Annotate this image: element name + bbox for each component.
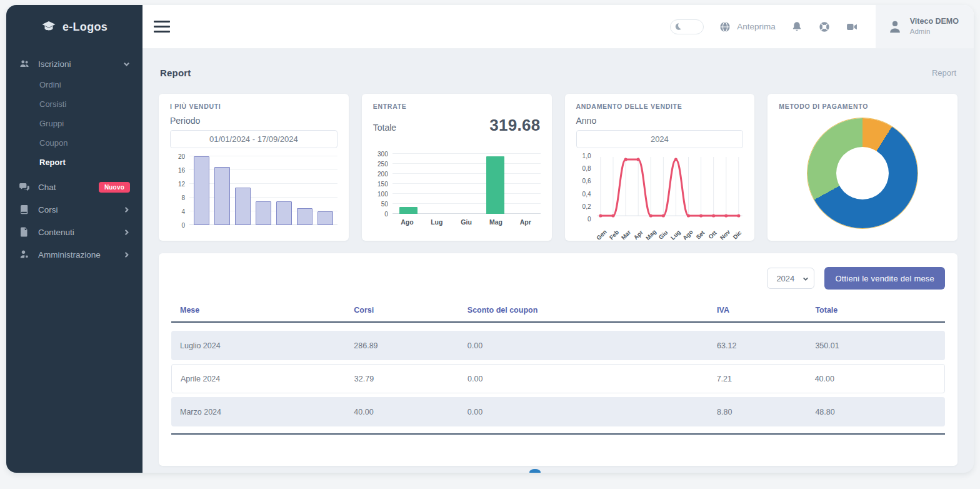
period-range-input[interactable]: 01/01/2024 - 17/09/2024	[170, 130, 338, 148]
page-header: Report Report	[160, 65, 956, 80]
bar	[256, 201, 271, 226]
table-row: Aprile 202432.790.007.2140.00	[171, 364, 945, 393]
year-input[interactable]: 2024	[576, 130, 744, 148]
get-month-sales-button[interactable]: Ottieni le vendite del mese	[824, 267, 945, 290]
table-cell: Marzo 2024	[180, 408, 354, 416]
x-tick-label: Set	[694, 229, 706, 240]
sales-table: MeseCorsiSconto del couponIVATotale Lugl…	[171, 306, 945, 435]
bottom-edge-dot	[529, 469, 541, 473]
year-select-wrapper: 2024	[767, 268, 814, 289]
total-value: 319.68	[489, 116, 540, 135]
table-cell: Luglio 2024	[180, 341, 354, 350]
x-tick-slot: Set	[694, 228, 706, 241]
bar-slot	[481, 154, 509, 214]
x-tick-label: Lug	[669, 228, 682, 241]
x-tick-slot: Giu	[657, 228, 669, 241]
graduation-cap-icon	[41, 19, 56, 34]
preview-link[interactable]: Anteprima	[719, 21, 776, 33]
x-tick-label: Dic	[731, 229, 742, 240]
revenue-bar-chart: 300250200150100500AgoLugGiuMagApr	[373, 154, 541, 226]
iscrizioni-submenu: OrdiniCorsistiGruppiCouponReport	[6, 75, 142, 176]
period-label: Periodo	[170, 116, 338, 126]
submenu-item-report[interactable]: Report	[6, 153, 142, 172]
x-tick-label: Ago	[392, 218, 422, 226]
x-tick-label: Lug	[422, 218, 451, 226]
column-header: Mese	[180, 306, 354, 315]
user-name: Viteco DEMO	[910, 16, 959, 27]
column-header: Sconto del coupon	[468, 306, 717, 315]
submenu-item-ordini[interactable]: Ordini	[6, 75, 142, 94]
x-axis: GenFebMarAprMagGiuLugAgoSetOttNovDic	[596, 228, 744, 241]
column-header: Totale	[815, 306, 936, 315]
line-chart-svg	[596, 156, 744, 219]
card-best-sellers: I PIÙ VENDUTI Periodo 01/01/2024 - 17/09…	[159, 94, 349, 241]
x-tick-label: Nov	[718, 228, 731, 241]
table-cell: 0.00	[468, 375, 717, 383]
data-point	[611, 214, 614, 217]
video-call-button[interactable]	[846, 21, 858, 33]
data-point	[737, 214, 740, 217]
user-menu[interactable]: Viteco DEMO Admin	[876, 5, 974, 48]
sidebar-item-contenuti[interactable]: Contenuti	[6, 221, 142, 243]
card-revenue: ENTRATE Totale 319.68 300250200150100500…	[362, 94, 552, 241]
year-select[interactable]: 2024	[767, 268, 814, 289]
sidebar-item-amministrazione[interactable]: Amministrazione	[6, 243, 142, 266]
table-cell: 63.12	[717, 341, 815, 350]
x-tick-label: Gen	[595, 228, 608, 241]
plot	[596, 156, 744, 222]
page-title: Report	[160, 68, 191, 78]
bar-slot	[274, 156, 294, 225]
x-tick-label: Apr	[632, 229, 644, 241]
x-tick-label: Giu	[658, 229, 669, 241]
sidebar-item-label: Amministrazione	[38, 250, 101, 260]
stat-cards-row: I PIÙ VENDUTI Periodo 01/01/2024 - 17/09…	[159, 94, 958, 241]
help-button[interactable]	[818, 21, 831, 33]
bar	[399, 207, 418, 214]
sidebar-item-label: Iscrizioni	[38, 59, 71, 69]
chevron-right-icon	[123, 229, 130, 236]
app-logo[interactable]: e-Logos	[6, 5, 142, 49]
bars	[189, 156, 338, 225]
y-axis: 1,00,80,60,40,20	[576, 156, 591, 219]
sidebar-item-iscrizioni[interactable]: Iscrizioni	[6, 53, 142, 75]
bar-slot	[253, 156, 274, 225]
data-point	[699, 214, 702, 217]
sidebar-item-label: Contenuti	[38, 228, 74, 237]
x-tick-slot: Ago	[682, 228, 694, 241]
x-tick-label: Ago	[681, 228, 694, 241]
sidebar-item-chat[interactable]: Chat Nuovo	[6, 176, 142, 198]
preview-label: Anteprima	[737, 22, 776, 31]
theme-toggle[interactable]	[670, 19, 704, 34]
x-axis: AgoLugGiuMagApr	[392, 218, 541, 226]
x-tick-slot: Mag	[644, 228, 657, 241]
notifications-button[interactable]	[791, 21, 803, 33]
chevron-down-icon	[123, 61, 130, 68]
x-tick-label: Mag	[644, 228, 658, 241]
app-window: e-Logos Iscrizioni OrdiniCorsistiGruppiC…	[6, 5, 974, 473]
submenu-item-corsisti[interactable]: Corsisti	[6, 94, 142, 114]
bar	[318, 211, 333, 225]
x-tick-label: Ott	[707, 229, 718, 240]
table-cell: 7.21	[717, 375, 815, 383]
book-icon	[19, 204, 30, 215]
x-tick-slot: Gen	[596, 228, 608, 241]
card-title: METODO DI PAGAMENTO	[779, 103, 946, 110]
submenu-item-gruppi[interactable]: Gruppi	[6, 114, 142, 133]
table-cell: 40.00	[815, 375, 936, 383]
sidebar-item-corsi[interactable]: Corsi	[6, 198, 142, 221]
topbar: Anteprima	[142, 5, 974, 49]
data-point	[649, 214, 652, 217]
app-logo-text: e-Logos	[62, 21, 108, 34]
x-tick-slot: Apr	[632, 228, 645, 241]
payment-method-donut-chart	[808, 118, 918, 228]
menu-toggle-button[interactable]	[154, 21, 170, 33]
card-title: I PIÙ VENDUTI	[170, 103, 338, 110]
sidebar-nav: Iscrizioni OrdiniCorsistiGruppiCouponRep…	[6, 49, 142, 266]
chat-icon	[19, 181, 30, 193]
total-label: Totale	[373, 123, 396, 133]
table-row: Marzo 202440.000.008.8048.80	[171, 397, 945, 426]
x-tick-label: Feb	[608, 229, 620, 241]
x-tick-slot: Ott	[706, 228, 719, 241]
submenu-item-coupon[interactable]: Coupon	[6, 133, 142, 153]
main-area: Anteprima	[142, 5, 974, 473]
